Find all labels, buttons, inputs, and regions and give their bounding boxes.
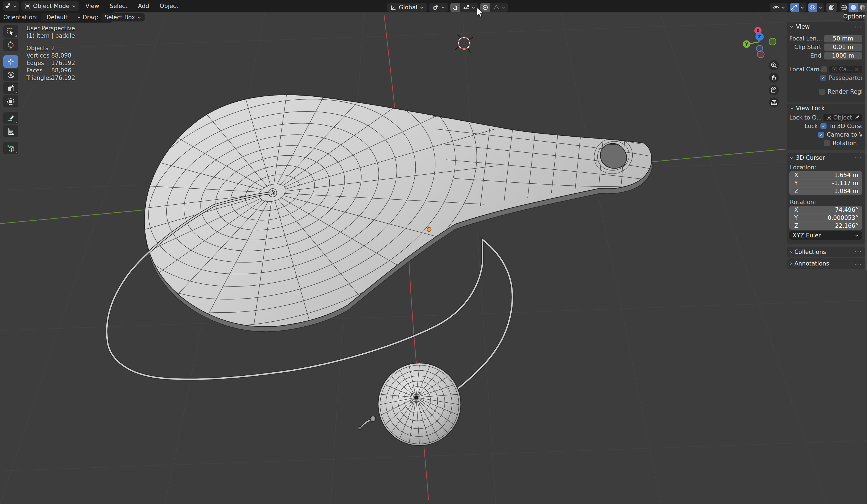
rotation-mode-dropdown[interactable]: XYZ Euler bbox=[789, 231, 862, 239]
xray-toggle[interactable] bbox=[826, 3, 837, 12]
tool-measure[interactable] bbox=[3, 125, 18, 137]
tool-add-cube[interactable] bbox=[3, 142, 18, 154]
cursor-rotation-z[interactable]: Z 22.166° bbox=[789, 222, 862, 230]
gizmo-dropdown[interactable] bbox=[799, 3, 806, 12]
gizmo-neg-x-ball[interactable] bbox=[757, 51, 764, 58]
clip-end-label: End bbox=[789, 52, 824, 59]
panel-scrollbar[interactable] bbox=[865, 14, 867, 270]
stat-value: 176,192 bbox=[51, 60, 75, 67]
overlays-dropdown[interactable] bbox=[817, 3, 824, 12]
proportional-falloff-dropdown[interactable] bbox=[490, 3, 508, 12]
object-origin-dot[interactable] bbox=[427, 227, 431, 232]
cursor-location-fields: X 1.654 m Y -1.117 m Z 1.084 m bbox=[789, 171, 862, 195]
shading-wireframe-button[interactable] bbox=[839, 3, 848, 12]
panel-annotations-section: › Annotations :::: bbox=[786, 258, 865, 269]
object-data-icon bbox=[832, 67, 837, 72]
eye-visibility-icon bbox=[772, 4, 780, 10]
ball-object[interactable] bbox=[378, 363, 461, 446]
camera-to-view-checkbox[interactable]: ✓ bbox=[818, 132, 824, 138]
orientation-default-selector[interactable]: Default bbox=[41, 13, 80, 21]
mode-selector[interactable]: Object Mode bbox=[21, 1, 79, 11]
tool-cursor[interactable] bbox=[3, 39, 18, 51]
cursor-rotation-y[interactable]: Y 0.000053° bbox=[789, 214, 862, 222]
gizmo-neg-y-ball[interactable] bbox=[769, 38, 776, 45]
drag-handle-icon[interactable]: :::: bbox=[855, 249, 861, 255]
focal-length-field[interactable]: 50 mm bbox=[824, 35, 862, 42]
panel-collections-header[interactable]: › Collections :::: bbox=[786, 247, 865, 257]
lock-rotation-checkbox[interactable] bbox=[824, 140, 830, 146]
chevron-down-icon bbox=[781, 6, 785, 9]
clip-start-row: Clip Start 0.01 m bbox=[789, 43, 862, 51]
snap-toggle[interactable] bbox=[450, 3, 460, 12]
show-gizmo-toggle[interactable] bbox=[790, 3, 799, 12]
panel-view-section: View :::: Focal Len... 50 mm Clip Start … bbox=[786, 22, 865, 103]
gizmo-x-label: X bbox=[756, 28, 760, 33]
passepartout-row: ✓ Passepartout bbox=[789, 74, 862, 82]
tool-select-box[interactable] bbox=[3, 25, 18, 38]
cursor-3d-title: 3D Cursor bbox=[796, 154, 825, 161]
tool-rotate[interactable] bbox=[3, 68, 18, 81]
to-3d-cursor-checkbox[interactable]: ✓ bbox=[821, 123, 826, 129]
eyedropper-icon[interactable] bbox=[854, 115, 859, 120]
shading-solid-button[interactable] bbox=[848, 3, 858, 12]
navigation-gizmo[interactable]: X Z Y bbox=[741, 23, 779, 62]
menu-select[interactable]: Select bbox=[106, 3, 132, 9]
viewport-3d-scene[interactable] bbox=[0, 0, 867, 504]
drag-select-box-selector[interactable]: Select Box bbox=[101, 13, 145, 21]
local-camera-checkbox[interactable] bbox=[821, 66, 827, 73]
measure-ruler-icon bbox=[7, 127, 15, 136]
panel-view-lock-header[interactable]: View Lock bbox=[786, 104, 865, 113]
panel-annotations-header[interactable]: › Annotations :::: bbox=[786, 258, 865, 269]
panel-3d-cursor-header[interactable]: 3D Cursor :::: bbox=[786, 153, 865, 162]
visibility-dropdown[interactable] bbox=[770, 3, 788, 12]
tool-scale[interactable] bbox=[3, 82, 18, 94]
snap-settings-dropdown[interactable] bbox=[460, 3, 478, 12]
tool-move[interactable] bbox=[3, 55, 18, 68]
lock-label: Lock bbox=[789, 123, 821, 129]
tool-annotate[interactable] bbox=[3, 112, 18, 124]
chevron-down-icon bbox=[790, 25, 794, 28]
rotate-tool-icon bbox=[7, 71, 15, 79]
lock-to-object-field[interactable]: Object bbox=[824, 114, 862, 121]
shading-material-button[interactable] bbox=[858, 3, 867, 12]
cursor-rotation-x[interactable]: X 74.496° bbox=[789, 206, 862, 214]
ball-pole bbox=[414, 396, 418, 399]
chevron-right-icon: › bbox=[790, 249, 792, 255]
passepartout-checkbox[interactable]: ✓ bbox=[820, 75, 826, 81]
pan-view-button[interactable] bbox=[769, 73, 779, 83]
axis-value: 22.166° bbox=[806, 223, 862, 229]
drag-handle-icon[interactable]: :::: bbox=[855, 156, 861, 160]
cursor-location-x[interactable]: X 1.654 m bbox=[789, 171, 862, 179]
menu-add[interactable]: Add bbox=[134, 3, 153, 9]
clip-start-field[interactable]: 0.01 m bbox=[824, 43, 862, 51]
panel-view-header[interactable]: View :::: bbox=[786, 22, 865, 31]
panel-3d-cursor-section: 3D Cursor :::: Location: X 1.654 m Y -1.… bbox=[786, 153, 865, 244]
clip-end-field[interactable]: 1000 m bbox=[824, 52, 862, 60]
render-region-checkbox[interactable] bbox=[819, 89, 825, 95]
show-overlays-toggle[interactable] bbox=[808, 3, 817, 12]
editor-type-button[interactable] bbox=[3, 1, 19, 11]
local-camera-object-field[interactable]: Ca... × bbox=[829, 66, 862, 73]
chevron-down-icon bbox=[77, 16, 81, 19]
stat-label: Vertices bbox=[26, 52, 51, 60]
transform-orientation-selector[interactable]: Global bbox=[387, 3, 427, 12]
chevron-down-icon bbox=[790, 107, 794, 110]
stat-value: 176,192 bbox=[51, 74, 75, 82]
drag-handle-icon[interactable]: :::: bbox=[855, 261, 861, 266]
close-icon[interactable]: × bbox=[854, 66, 859, 73]
zoom-view-button[interactable] bbox=[769, 60, 779, 70]
chevron-down-icon bbox=[420, 6, 424, 9]
chevron-down-icon bbox=[818, 6, 822, 9]
pivot-point-selector[interactable] bbox=[429, 3, 448, 12]
drag-handle-icon[interactable]: :::: bbox=[855, 24, 861, 29]
panel-drag-handle-icon[interactable]: :::: bbox=[865, 13, 867, 18]
menu-object[interactable]: Object bbox=[156, 3, 183, 9]
camera-view-button[interactable] bbox=[769, 85, 779, 95]
tool-transform[interactable] bbox=[3, 95, 18, 107]
menu-view[interactable]: View bbox=[81, 3, 103, 9]
chevron-right-icon: › bbox=[790, 260, 792, 267]
drag-label: Drag: bbox=[83, 14, 99, 21]
cursor-location-y[interactable]: Y -1.117 m bbox=[789, 179, 862, 187]
cursor-location-z[interactable]: Z 1.084 m bbox=[789, 187, 862, 195]
perspective-ortho-button[interactable] bbox=[769, 97, 779, 107]
